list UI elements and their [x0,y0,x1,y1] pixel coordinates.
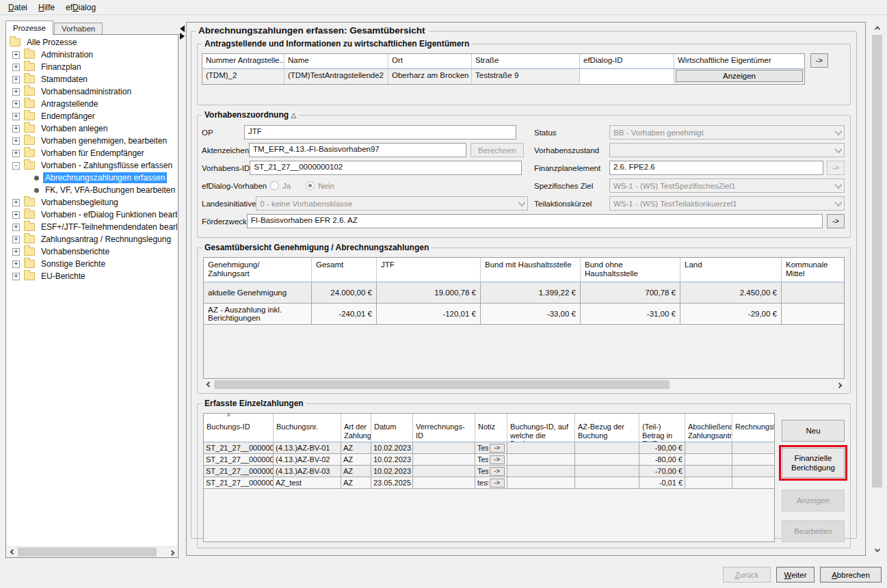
tree-item-label[interactable]: Administration [39,49,95,60]
scrollbar-thumb[interactable] [872,35,882,487]
finanzplanelement-field[interactable]: 2.6. FPE2.6 [609,161,823,175]
foerderzweck-field[interactable]: FI-Basisvorhaben EFR 2.6. AZ [247,214,823,228]
tree-item-antragstellende[interactable]: +Antragstellende [7,98,177,110]
berechnen-button[interactable]: Berechnen [471,143,524,157]
anzeigen-eigentuemer-button[interactable]: Anzeigen [676,70,803,82]
op-field[interactable]: JTF [244,125,516,139]
expand-plus-icon[interactable]: + [12,113,20,120]
goto-foerderzweck-button[interactable]: -> [827,214,845,228]
expand-right-icon[interactable] [180,33,185,40]
column-header[interactable]: (Teil-) Betrag in EUR [639,414,685,442]
column-header[interactable]: Notiz [475,414,507,442]
finanzielle-berichtigung-button[interactable]: Finanzielle Berichtigung [782,448,845,477]
expand-plus-icon[interactable]: + [12,125,20,133]
tree-item-vorhaben-genehmigen[interactable]: +Vorhaben genehmigen, bearbeiten [7,135,177,147]
tree-item-label[interactable]: Sonstige Berichte [39,258,107,269]
menu-hilfe[interactable]: Hilfe [33,1,60,14]
scroll-left-icon[interactable] [7,547,17,557]
expand-plus-icon[interactable]: + [12,101,20,108]
menu-efdialog[interactable]: efDialog [60,1,101,14]
spezifisches-ziel-dropdown[interactable]: WS-1 - (WS) TestSpezifischesZiel1 [609,178,845,193]
status-dropdown[interactable]: BB - Vorhaben genehmigt [609,125,845,139]
tree-item-label[interactable]: Stammdaten [39,74,90,85]
radio-nein[interactable] [306,181,315,190]
expand-plus-icon[interactable]: + [12,150,20,157]
tree-item-vorhaben-anlegen[interactable]: +Vorhaben anlegen [7,122,177,135]
collapse-triangle-icon[interactable]: △ [291,111,296,119]
collapse-left-icon[interactable] [180,25,185,32]
column-header[interactable]: Ort [388,54,472,69]
tree-item-label[interactable]: Alle Prozesse [25,37,79,48]
column-header[interactable]: Kommunale Mittel [782,258,844,282]
aktenzeichen-field[interactable]: TM_EFR_4.13.-FI-Basisvorhaben97 [249,143,466,157]
tree-item-label[interactable]: Antragstellende [39,98,100,109]
tree-item-label[interactable]: Zahlungsantrag / Rechnungslegung [39,234,173,245]
zurueck-button[interactable]: Zurück [723,567,771,583]
menu-datei[interactable]: Datei [3,1,33,14]
scroll-left-icon[interactable] [203,379,213,390]
column-header[interactable]: JTF [377,258,481,282]
landesinitiative-dropdown[interactable]: 0 - keine Vorhabensklasse [256,196,528,211]
anzeigen-button[interactable]: Anzeigen [782,490,845,511]
tree-item-zahlungsantrag[interactable]: +Zahlungsantrag / Rechnungslegung [7,233,177,245]
scroll-down-icon[interactable] [872,545,882,555]
expand-plus-icon[interactable]: + [12,224,20,231]
tree-item-efdialog-funktionen[interactable]: +Vorhaben - efDialog Funktionen bearbeit… [7,209,177,221]
tree-item-label[interactable]: FK, VF, VFA-Buchungen bearbeiten [43,185,177,196]
column-header[interactable]: Buchungs-ID, auf welche die Buchung [507,414,575,442]
column-header[interactable]: Gesamt [312,258,377,282]
expand-plus-icon[interactable]: + [12,76,20,83]
scroll-right-icon[interactable] [167,547,177,557]
tree-item-label[interactable]: Finanzplan [39,62,83,72]
tree-item-label[interactable]: Endempfänger [39,111,97,122]
goto-antragstellende-button[interactable]: -> [810,53,828,68]
column-header[interactable]: Rechnungslegung [732,414,774,442]
open-notiz-button[interactable]: -> [490,467,505,476]
tree-item-label[interactable]: Vorhabensberichte [39,246,111,257]
expand-plus-icon[interactable]: + [12,248,20,256]
expand-plus-icon[interactable]: + [12,64,20,71]
main-vertical-scrollbar[interactable] [871,23,883,555]
tree-item-stammdaten[interactable]: +Stammdaten [7,73,177,85]
tree-item-eu-berichte[interactable]: +EU-Berichte [7,270,177,282]
tree-item-endempfaenger[interactable]: +Endempfänger [7,110,177,122]
tree-item-label[interactable]: Vorhaben - Zahlungsflüsse erfassen [39,160,174,171]
expand-plus-icon[interactable]: + [12,137,20,145]
column-header[interactable]: Genehmigung/ Zahlungsart [204,258,312,282]
column-header[interactable]: Bund ohne Haushaltsstelle [581,258,680,282]
tree-item-label[interactable]: ESF+/JTF-Teilnehmendendaten bearbeiten [39,222,177,232]
column-header[interactable]: Datum [371,414,413,442]
tree-item-zahlungsfluesse[interactable]: -Vorhaben - Zahlungsflüsse erfassen [7,159,177,172]
column-header[interactable]: Verrechnungs-ID [413,414,475,442]
expand-plus-icon[interactable]: + [12,211,20,219]
tree-item-label-selected[interactable]: Abrechnungszahlungen erfassen [43,172,167,183]
radio-ja[interactable] [270,181,279,190]
tree-item-label[interactable]: EU-Berichte [39,271,88,282]
expand-plus-icon[interactable]: + [12,51,20,59]
tree-item-root[interactable]: Alle Prozesse [7,36,177,49]
column-header[interactable]: AZ-Bezug der Buchung [575,414,639,442]
scroll-up-icon[interactable] [872,23,882,33]
tree-item-vorhabensadministration[interactable]: +Vorhabensadministration [7,85,177,98]
expand-plus-icon[interactable]: + [12,273,20,280]
column-header[interactable]: efDialog-ID [580,54,674,69]
column-header[interactable]: Wirtschaftliche Eigentümer [674,54,804,69]
vorhabens-id-field[interactable]: ST_21_27__0000000102 [250,161,522,175]
collapse-minus-icon[interactable]: - [12,162,20,170]
column-header[interactable]: Nummer Antragstelle... [202,54,284,69]
tree-item-label[interactable]: Vorhaben für Endempfänger [39,148,146,159]
expand-plus-icon[interactable]: + [12,199,20,206]
tree-item-label[interactable]: Vorhaben anlegen [39,123,109,134]
vorhabenszustand-dropdown[interactable] [609,143,845,157]
column-header[interactable]: Name [284,54,388,69]
scrollbar-thumb[interactable] [214,380,670,389]
panel-splitter[interactable] [178,25,186,45]
column-header[interactable]: Abschließender Zahlungsantrag [685,414,732,442]
tab-vorhaben[interactable]: Vorhaben [54,23,103,35]
column-header[interactable]: Land [680,258,782,282]
weiter-button[interactable]: Weiter [776,567,815,583]
tree-item-fk-vf-vfa[interactable]: FK, VF, VFA-Buchungen bearbeiten [7,184,177,196]
tree-item-label[interactable]: Vorhabensadministration [39,86,133,97]
tree-item-esf-jtf-daten[interactable]: +ESF+/JTF-Teilnehmendendaten bearbeiten [7,221,177,233]
tree-horizontal-scrollbar[interactable] [7,546,177,557]
